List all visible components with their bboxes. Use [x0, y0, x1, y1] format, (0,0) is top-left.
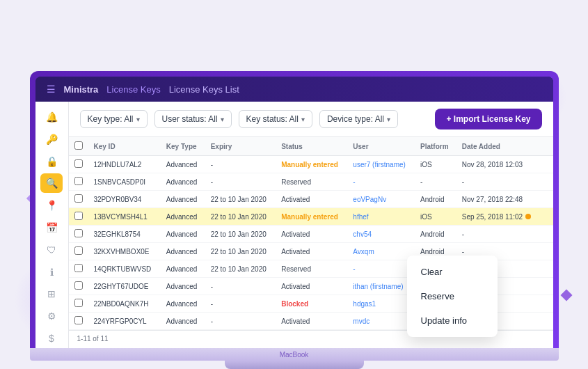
- platform-cell: Android: [415, 191, 456, 208]
- actions-cell: [541, 191, 553, 208]
- status-cell: Reserved: [276, 260, 347, 278]
- key-type-cell: Advanced: [161, 156, 205, 173]
- user-cell[interactable]: -: [347, 173, 415, 191]
- screen-outer: ☰ Ministra License Keys License Keys Lis…: [30, 71, 559, 348]
- key-type-cell: Advanced: [161, 191, 205, 208]
- row-checkbox-cell[interactable]: [69, 243, 88, 260]
- row-checkbox-cell[interactable]: [69, 278, 88, 295]
- row-checkbox-cell[interactable]: [69, 313, 88, 330]
- sidebar-icon-location[interactable]: 📍: [40, 196, 63, 215]
- nav-bar: ☰ Ministra License Keys License Keys Lis…: [35, 77, 553, 102]
- sidebar-icon-info[interactable]: ℹ: [40, 262, 63, 282]
- row-checkbox[interactable]: [74, 246, 83, 255]
- sidebar-icon-lock[interactable]: 🔒: [40, 152, 63, 171]
- row-checkbox[interactable]: [74, 229, 83, 237]
- device-type-filter[interactable]: Device type: All ▾: [319, 110, 398, 128]
- status-cell: Activated: [276, 313, 347, 330]
- row-checkbox[interactable]: [74, 316, 83, 324]
- sidebar-icon-notification[interactable]: 🔔: [40, 107, 63, 127]
- row-checkbox-cell[interactable]: [69, 260, 88, 278]
- date-cell: -: [456, 173, 541, 191]
- key-id-cell: 13BVCYMSH4L1: [88, 208, 161, 226]
- user-cell[interactable]: -: [347, 260, 415, 278]
- col-actions: [541, 137, 553, 156]
- user-cell[interactable]: eoVPagNv: [347, 191, 415, 208]
- table-row: 1SNBVCA5DP0I Advanced - Reserved - - -: [69, 173, 553, 191]
- col-expiry: Expiry: [205, 137, 276, 156]
- expiry-cell: -: [205, 278, 276, 295]
- key-type-filter[interactable]: Key type: All ▾: [80, 110, 148, 128]
- row-checkbox[interactable]: [74, 281, 83, 290]
- sidebar-icon-dollar[interactable]: $: [40, 329, 63, 348]
- user-cell[interactable]: mvdc: [347, 313, 415, 330]
- row-checkbox-cell[interactable]: [69, 156, 88, 173]
- date-cell: Nov 27, 2018 22:48: [456, 191, 541, 208]
- row-checkbox[interactable]: [74, 264, 83, 272]
- row-checkbox-cell[interactable]: [69, 208, 88, 226]
- row-checkbox[interactable]: [74, 159, 83, 168]
- user-cell[interactable]: user7 (firstname): [347, 156, 415, 173]
- key-id-cell: 32EGHKL8754: [88, 226, 161, 243]
- row-checkbox[interactable]: [74, 299, 83, 307]
- select-all-checkbox[interactable]: [74, 141, 83, 150]
- actions-cell: [541, 260, 553, 278]
- actions-cell: [541, 226, 553, 243]
- col-status: Status: [276, 137, 347, 156]
- col-key-type: Key Type: [161, 137, 205, 156]
- key-status-filter[interactable]: Key status: All ▾: [239, 110, 312, 128]
- expiry-cell: 22 to 10 Jan 2020: [205, 260, 276, 278]
- key-type-cell: Advanced: [161, 208, 205, 226]
- laptop-stand: [225, 361, 364, 369]
- warning-dot: [525, 214, 531, 219]
- platform-cell: iOS: [415, 208, 456, 226]
- row-checkbox-cell[interactable]: [69, 226, 88, 243]
- status-cell: Activated: [276, 191, 347, 208]
- user-cell[interactable]: ithan (firstname): [347, 278, 415, 295]
- row-checkbox-cell[interactable]: [69, 173, 88, 191]
- sidebar-icon-settings[interactable]: ⚙: [40, 306, 63, 326]
- key-id-cell: 32KXVHMBOX0E: [88, 243, 161, 260]
- expiry-cell: 22 to 10 Jan 2020: [205, 226, 276, 243]
- table-row: 32PDYR0BV34 Advanced 22 to 10 Jan 2020 A…: [69, 191, 553, 208]
- user-cell[interactable]: chv54: [347, 226, 415, 243]
- row-checkbox-cell[interactable]: [69, 295, 88, 313]
- filter-bar: Key type: All ▾ User status: All ▾ Key s…: [69, 102, 553, 137]
- row-checkbox-cell[interactable]: [69, 191, 88, 208]
- table-row: 12HNDLU7AL2 Advanced - Manually entered …: [69, 156, 553, 173]
- user-cell[interactable]: Avxqm: [347, 243, 415, 260]
- hamburger-icon[interactable]: ☰: [47, 84, 56, 95]
- key-type-cell: Advanced: [161, 226, 205, 243]
- user-status-filter[interactable]: User status: All ▾: [154, 110, 232, 128]
- sidebar-icon-calendar[interactable]: 📅: [40, 218, 63, 237]
- sidebar-icon-shield[interactable]: 🛡: [40, 240, 63, 260]
- chevron-down-icon: ▾: [221, 116, 224, 123]
- sidebar-icon-grid[interactable]: ⊞: [40, 285, 63, 304]
- key-id-cell: 1SNBVCA5DP0I: [88, 173, 161, 191]
- laptop-label: MacBook: [280, 351, 309, 359]
- expiry-cell: 22 to 10 Jan 2020: [205, 208, 276, 226]
- screen-inner: ☰ Ministra License Keys License Keys Lis…: [35, 77, 553, 348]
- actions-cell: [541, 313, 553, 330]
- context-menu-reserve[interactable]: Reserve: [407, 284, 498, 308]
- user-cell[interactable]: hdgas1: [347, 295, 415, 313]
- context-menu-update-info[interactable]: Update info: [407, 308, 498, 333]
- nav-section: License Keys: [106, 84, 160, 95]
- row-checkbox[interactable]: [74, 212, 83, 220]
- row-checkbox[interactable]: [74, 194, 83, 203]
- sidebar-icon-key[interactable]: 🔑: [40, 129, 63, 149]
- platform-cell: iOS: [415, 156, 456, 173]
- expiry-cell: -: [205, 173, 276, 191]
- row-checkbox[interactable]: [74, 177, 83, 185]
- sidebar-icon-search[interactable]: 🔍: [40, 173, 63, 193]
- context-menu: Clear Reserve Update info: [407, 256, 498, 337]
- key-id-cell: 22NBD0AQNK7H: [88, 295, 161, 313]
- chevron-down-icon: ▾: [301, 116, 305, 123]
- status-cell: Manually entered: [276, 208, 347, 226]
- import-license-key-button[interactable]: + Import License Key: [435, 109, 541, 129]
- main-panel: Key type: All ▾ User status: All ▾ Key s…: [69, 102, 553, 348]
- key-id-cell: 22GHYT67UDOE: [88, 278, 161, 295]
- user-cell[interactable]: hfhef: [347, 208, 415, 226]
- expiry-cell: -: [205, 313, 276, 330]
- context-menu-clear[interactable]: Clear: [407, 260, 498, 284]
- key-type-cell: Advanced: [161, 313, 205, 330]
